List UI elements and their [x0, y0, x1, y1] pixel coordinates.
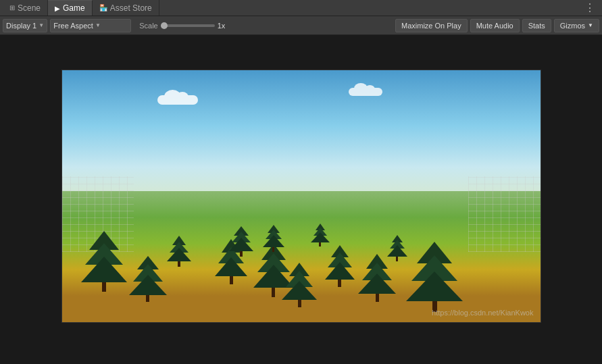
tab-scene[interactable]: ⊞ Scene [3, 0, 48, 16]
tab-game-label: Game [63, 3, 85, 13]
scale-value: 1x [218, 22, 226, 30]
cloud-1 [157, 95, 198, 105]
display-label: Display 1 [6, 22, 36, 30]
tab-asset-store-label: Asset Store [110, 3, 152, 13]
tree-6 [282, 263, 317, 307]
tab-scene-label: Scene [18, 3, 41, 13]
canvas-container: https://blog.csdn.net/KianKwok [61, 70, 541, 323]
aspect-label: Free Aspect [53, 22, 93, 30]
tree-12 [387, 235, 407, 261]
scale-slider[interactable] [161, 24, 215, 27]
grid-right [468, 176, 540, 252]
maximize-label: Maximize On Play [401, 22, 461, 30]
mute-audio-button[interactable]: Mute Audio [470, 19, 520, 32]
tab-game[interactable]: ▶ Game [48, 0, 93, 16]
tab-more-button[interactable]: ⋮ [580, 0, 599, 16]
watermark: https://blog.csdn.net/KianKwok [432, 309, 533, 317]
tab-bar: ⊞ Scene ▶ Game 🏪 Asset Store ⋮ [0, 0, 602, 16]
aspect-select[interactable]: Free Aspect ▼ [50, 19, 131, 32]
display-arrow-icon: ▼ [39, 22, 44, 28]
mute-label: Mute Audio [476, 22, 513, 30]
stats-button[interactable]: Stats [522, 19, 551, 32]
gizmos-label: Gizmos [560, 22, 585, 30]
gizmos-arrow-icon: ▼ [588, 22, 593, 28]
asset-store-icon: 🏪 [99, 4, 107, 11]
toolbar: Display 1 ▼ Free Aspect ▼ Scale 1x Maxim… [0, 16, 602, 35]
tree-13 [311, 224, 330, 246]
tree-2 [129, 256, 167, 302]
scale-section: Scale 1x [139, 22, 225, 30]
more-icon: ⋮ [584, 2, 595, 14]
scene-canvas: https://blog.csdn.net/KianKwok [61, 70, 541, 323]
cloud-2 [349, 88, 382, 96]
scale-label: Scale [139, 22, 158, 30]
scale-slider-thumb [161, 22, 168, 29]
tree-9 [325, 245, 355, 287]
tree-3 [167, 236, 191, 267]
tab-asset-store[interactable]: 🏪 Asset Store [93, 0, 159, 16]
aspect-arrow-icon: ▼ [95, 22, 101, 28]
tree-1 [81, 231, 127, 292]
display-select[interactable]: Display 1 ▼ [3, 19, 47, 32]
scene-icon: ⊞ [9, 4, 15, 11]
gizmos-button[interactable]: Gizmos ▼ [554, 19, 599, 32]
tree-7 [263, 225, 284, 252]
game-view: https://blog.csdn.net/KianKwok [0, 35, 602, 364]
maximize-on-play-button[interactable]: Maximize On Play [395, 19, 468, 32]
tree-8 [229, 226, 253, 257]
tree-11 [406, 242, 463, 312]
stats-label: Stats [528, 22, 545, 30]
game-icon: ▶ [55, 5, 60, 12]
